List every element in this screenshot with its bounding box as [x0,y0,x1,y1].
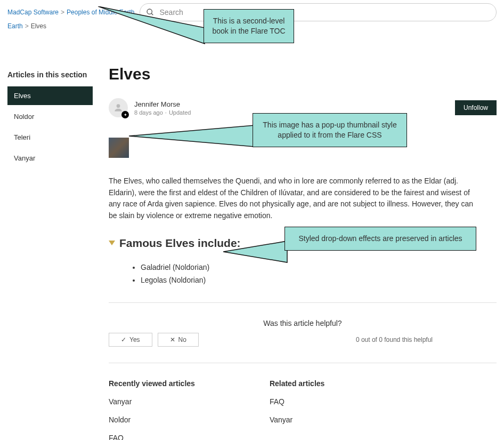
page-title: Elves [109,65,497,83]
svg-marker-5 [223,241,287,262]
sidebar-item-elves[interactable]: Elves [7,86,93,105]
divider [109,363,497,363]
callout-dropdown: Styled drop-down effects are preserved i… [284,227,476,251]
list-item: Legolas (Noldorian) [141,274,497,287]
vote-no-button[interactable]: ✕No [158,333,199,347]
breadcrumb-earth[interactable]: Earth [7,22,23,30]
recent-link[interactable]: Noldor [109,415,195,424]
sidebar-item-noldor[interactable]: Noldor [7,107,93,126]
svg-marker-2 [98,6,205,44]
article-body: The Elves, who called themselves the Que… [109,175,482,222]
related-link[interactable]: FAQ [270,397,325,406]
article-timestamp: 8 days ago [134,109,163,116]
divider [109,302,497,303]
recent-link[interactable]: FAQ [109,434,195,440]
avatar: ✦ [109,98,128,117]
svg-point-3 [117,104,120,108]
feedback-count: 0 out of 0 found this helpful [356,336,433,343]
close-icon: ✕ [170,336,175,343]
unfollow-button[interactable]: Unfollow [455,100,497,115]
recent-link[interactable]: Vanyar [109,397,195,406]
related-heading: Related articles [270,379,325,388]
recent-heading: Recently viewed articles [109,379,195,388]
dropdown-heading: Famous Elves include: [119,237,241,250]
svg-marker-4 [129,125,254,147]
callout-toc: This is a second-level book in the Flare… [204,9,294,43]
vote-yes-button[interactable]: ✓Yes [109,333,152,347]
chevron-down-icon [109,241,115,245]
callout-thumbnail: This image has a pop-up thumbnail style … [253,113,407,147]
check-icon: ✓ [121,336,126,343]
avatar-badge-icon: ✦ [121,111,129,118]
sidebar-item-vanyar[interactable]: Vanyar [7,149,93,167]
breadcrumb-current: Elves [31,22,46,30]
author-name: Jennifer Morse [134,100,191,108]
sidebar-heading: Articles in this section [7,70,93,79]
article-updated-label: Updated [169,109,191,116]
sidebar-item-teleri[interactable]: Teleri [7,128,93,147]
breadcrumb-madcap[interactable]: MadCap Software [7,9,59,16]
feedback-question: Was this article helpful? [109,319,497,327]
thumbnail-image[interactable] [109,138,129,158]
related-link[interactable]: Vanyar [270,415,325,424]
list-item: Galadriel (Noldorian) [141,261,497,274]
